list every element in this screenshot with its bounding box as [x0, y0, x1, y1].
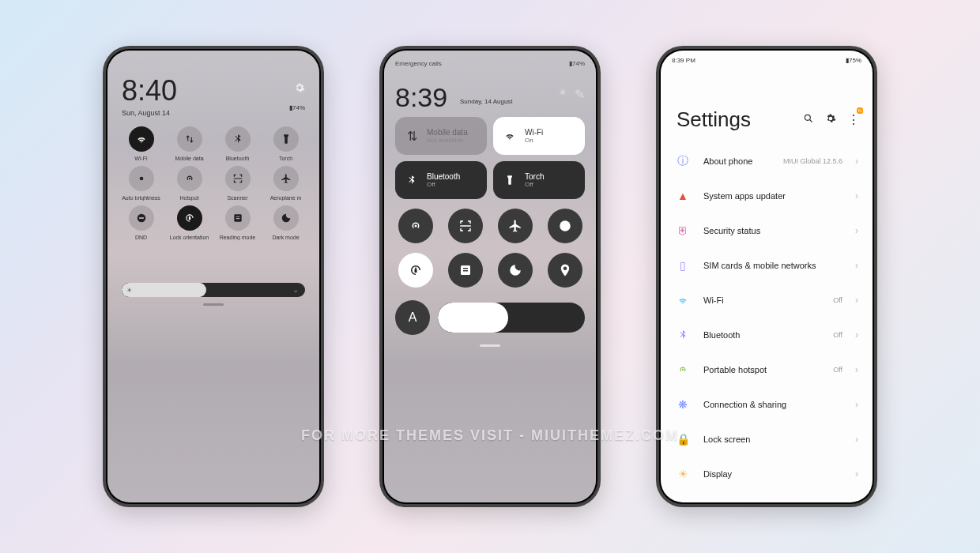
- settings-icon[interactable]: [825, 113, 836, 127]
- qs-tile-dnd[interactable]: DND: [119, 205, 164, 240]
- wifi-icon: [503, 130, 517, 141]
- settings-item[interactable]: ☀Display›: [661, 457, 873, 491]
- airplane-toggle[interactable]: [498, 209, 533, 243]
- darkmode-icon: [273, 205, 299, 231]
- clock-time: 8:40: [122, 74, 177, 107]
- info-icon: ⓘ: [675, 153, 691, 169]
- wifi-tile[interactable]: Wi-FiOn: [493, 117, 585, 155]
- chevron-right-icon: ›: [855, 260, 858, 271]
- autobright-icon: [129, 166, 154, 191]
- settings-icon[interactable]: [557, 87, 568, 102]
- qs-tile-hotspot[interactable]: Hotspot: [167, 166, 212, 201]
- qs-tile-torch[interactable]: Torch: [263, 126, 308, 161]
- warning-icon: ▲: [675, 188, 691, 204]
- mobile-data-tile[interactable]: ⇅ Mobile dataNot available: [395, 117, 487, 155]
- qs-tile-data[interactable]: Mobile data: [167, 126, 212, 161]
- settings-item[interactable]: ❋Connection & sharing›: [661, 387, 873, 422]
- status-time: 8:39 PM: [672, 57, 695, 64]
- settings-item[interactable]: ▯SIM cards & mobile networks›: [661, 248, 873, 283]
- battery-indicator: ▮74%: [289, 104, 305, 111]
- bluetooth-icon: [675, 327, 691, 343]
- torch-tile[interactable]: TorchOff: [493, 161, 585, 199]
- reading-icon: [225, 205, 251, 231]
- qs-tile-wifi[interactable]: Wi-Fi: [119, 126, 164, 161]
- header-actions: ✎: [557, 87, 585, 102]
- svg-point-0: [139, 177, 143, 181]
- settings-list: ⓘAbout phoneMIUI Global 12.5.6›▲System a…: [661, 144, 873, 502]
- data-icon: ⇅: [405, 129, 419, 144]
- chevron-right-icon: ›: [855, 295, 858, 306]
- settings-item[interactable]: ▲System apps updater›: [661, 179, 873, 213]
- more-icon[interactable]: ⋮: [847, 112, 860, 127]
- qs-tile-bluetooth[interactable]: Bluetooth: [215, 126, 260, 161]
- svg-rect-2: [139, 217, 144, 218]
- bluetooth-icon: [225, 126, 251, 152]
- torch-icon: [273, 126, 299, 152]
- settings-item[interactable]: ⓘAbout phoneMIUI Global 12.5.6›: [661, 144, 873, 179]
- scanner-toggle[interactable]: [448, 209, 483, 243]
- dnd-toggle[interactable]: [548, 209, 582, 243]
- svg-point-6: [805, 115, 810, 120]
- clock-date: Sunday, 14 August: [460, 98, 513, 105]
- hotspot-icon: [177, 166, 202, 191]
- svg-rect-5: [562, 225, 568, 227]
- airplane-icon: [273, 166, 299, 191]
- lock-orient-toggle[interactable]: [398, 253, 433, 288]
- share-icon: ❋: [675, 397, 691, 412]
- hotspot-icon: [675, 362, 691, 378]
- edit-icon[interactable]: ✎: [575, 87, 585, 102]
- settings-icon[interactable]: [294, 82, 305, 96]
- settings-item[interactable]: Portable hotspotOff›: [661, 352, 873, 387]
- clock-date: Sun, August 14: [122, 109, 170, 117]
- location-toggle[interactable]: [548, 253, 582, 288]
- phone-mockup-1: 8:40 Sun, August 14 ▮74% Wi-FiMobile dat…: [103, 46, 324, 507]
- page-title: Settings: [677, 107, 751, 132]
- data-icon: [177, 126, 202, 152]
- quick-toggle-grid: [395, 209, 585, 288]
- settings-item[interactable]: Wi-FiOff›: [661, 283, 873, 318]
- chevron-right-icon: ›: [855, 329, 858, 340]
- qs-tile-autobright[interactable]: Auto brightness: [119, 166, 164, 201]
- clock-time: 8:39: [395, 82, 447, 113]
- bluetooth-tile[interactable]: BluetoothOff: [395, 161, 487, 199]
- drag-handle[interactable]: [480, 344, 500, 347]
- auto-brightness-button[interactable]: A: [395, 300, 430, 335]
- darkmode-toggle[interactable]: [498, 253, 533, 288]
- status-battery: ▮75%: [846, 57, 861, 64]
- torch-icon: [503, 175, 517, 186]
- emergency-label: Emergency calls: [395, 60, 442, 67]
- hotspot-toggle[interactable]: [398, 209, 433, 243]
- settings-item[interactable]: BluetoothOff›: [661, 318, 873, 352]
- lock-orient-icon: [177, 205, 202, 231]
- settings-item[interactable]: 🔒Lock screen›: [661, 422, 873, 457]
- qs-tile-darkmode[interactable]: Dark mode: [263, 205, 308, 240]
- wifi-icon: [129, 126, 154, 152]
- brightness-slider[interactable]: [438, 303, 585, 333]
- display-icon: ☀: [675, 466, 691, 482]
- settings-item[interactable]: ⛨Security status›: [661, 213, 873, 248]
- watermark-text: FOR MORE THEMES VISIT - MIUITHEMEZ.COM: [301, 427, 679, 444]
- chevron-right-icon: ›: [855, 468, 858, 480]
- qs-tile-reading[interactable]: Reading mode: [215, 205, 260, 240]
- dnd-icon: [129, 205, 154, 231]
- search-icon[interactable]: [803, 113, 814, 127]
- qs-tile-airplane[interactable]: Aeroplane m: [263, 166, 308, 201]
- sim-icon: ▯: [675, 258, 691, 273]
- drag-handle[interactable]: [203, 303, 224, 306]
- chevron-right-icon: ›: [855, 190, 858, 201]
- quick-settings-grid: Wi-FiMobile dataBluetoothTorchAuto brigh…: [119, 126, 308, 240]
- bluetooth-icon: [405, 175, 419, 186]
- chevron-right-icon: ›: [855, 156, 858, 167]
- phone-mockup-3: 8:39 PM ▮75% Settings ⋮ ⓘAbout phoneMIUI…: [656, 46, 877, 507]
- chevron-right-icon: ›: [855, 364, 858, 375]
- battery-indicator: ▮74%: [569, 60, 585, 67]
- reading-toggle[interactable]: [448, 253, 483, 288]
- chevron-right-icon: ›: [855, 434, 858, 445]
- chevron-right-icon: ›: [855, 225, 858, 236]
- brightness-slider[interactable]: ☀⌄: [122, 283, 305, 297]
- scanner-icon: [225, 166, 251, 191]
- shield-icon: ⛨: [675, 223, 691, 239]
- qs-tile-lock-orient[interactable]: Lock orientation: [167, 205, 212, 240]
- wifi-icon: [675, 292, 691, 308]
- qs-tile-scanner[interactable]: Scanner: [215, 166, 260, 201]
